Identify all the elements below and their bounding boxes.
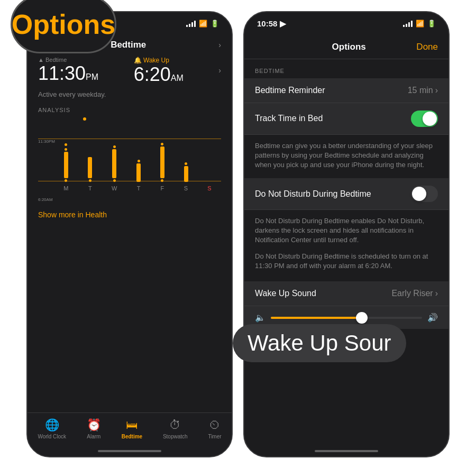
volume-low-icon: 🔈 — [255, 313, 266, 323]
time-section: ▲ Bedtime 11:30PM 🔔 Wake Up 6:20AM › — [38, 57, 221, 84]
done-button[interactable]: Done — [416, 42, 438, 52]
alarm-icon: ⏰ — [87, 418, 101, 432]
description-track-time: Bedtime can give you a better understand… — [244, 135, 448, 177]
wifi-icon-1: 📶 — [199, 20, 207, 27]
world-clock-icon: 🌐 — [45, 418, 59, 432]
status-icons-2: 📶 🔋 — [403, 20, 436, 27]
bedtime-time: 11:30PM — [38, 64, 98, 83]
wake-up-badge: Wake Up Sour — [233, 324, 406, 362]
bedtime-reminder-row[interactable]: Bedtime Reminder 15 min › — [244, 78, 448, 103]
show-health-link[interactable]: Show more in Health — [38, 210, 221, 219]
tab-timer[interactable]: ⏲ Timer — [208, 418, 221, 439]
volume-fill — [271, 317, 362, 319]
options-header: Options Done — [244, 35, 448, 59]
bedtime-tab-label: Bedtime — [122, 434, 142, 439]
options-title: Options — [281, 42, 416, 52]
stopwatch-icon: ⏱ — [169, 418, 181, 432]
dnd-label: Do Not Disturb During Bedtime — [255, 189, 371, 199]
tab-world-clock[interactable]: 🌐 World Clock — [38, 418, 66, 439]
wake-up-sound-value: Early Riser › — [391, 289, 438, 298]
chart-bars: M T W — [54, 117, 221, 191]
world-clock-label: World Clock — [38, 434, 66, 439]
bedtime-reminder-value: 15 min › — [408, 86, 438, 95]
timer-icon: ⏲ — [209, 418, 221, 432]
dnd-toggle[interactable] — [411, 186, 438, 202]
tab-alarm[interactable]: ⏰ Alarm — [87, 418, 101, 439]
wake-up-sound-row[interactable]: Wake Up Sound Early Riser › — [244, 281, 448, 306]
signal-bars-2 — [403, 21, 413, 27]
timer-label: Timer — [208, 434, 221, 439]
options-content: Options Done BEDTIME Bedtime Reminder 15… — [244, 35, 448, 438]
status-icons-1: 📶 🔋 — [186, 20, 219, 27]
wake-up-sound-label: Wake Up Sound — [255, 289, 316, 298]
home-indicator-2 — [315, 450, 378, 452]
y-label-mid-top: 11:30PM — [38, 139, 55, 144]
wifi-icon-2: 📶 — [416, 20, 424, 27]
status-time-2: 10:58 ▶ — [257, 19, 286, 29]
y-label-mid-bot: 6:20AM — [38, 197, 55, 202]
wake-up-badge-text: Wake Up Sour — [248, 331, 391, 355]
wakeup-time: 6:20AM — [134, 65, 184, 84]
home-indicator-1 — [98, 450, 161, 452]
active-text: Active every weekday. — [38, 90, 221, 98]
options-badge-text: Options — [12, 8, 115, 40]
chevron-right-1: › — [218, 41, 221, 49]
volume-slider[interactable] — [271, 317, 422, 319]
battery-icon-1: 🔋 — [210, 20, 219, 27]
alarm-label: Alarm — [87, 434, 100, 439]
bedtime-reminder-label: Bedtime Reminder — [255, 86, 325, 95]
battery-icon-2: 🔋 — [427, 20, 436, 27]
track-time-row: Track Time in Bed — [244, 103, 448, 135]
phone-bedtime: 📶 🔋 Bedtime › ▲ Bedtime 11:30PM — [26, 11, 233, 457]
tab-bedtime[interactable]: 🛏 Bedtime — [122, 418, 142, 439]
bedtime-icon: 🛏 — [126, 418, 138, 432]
wakeup-label: 🔔 Wake Up — [134, 57, 184, 64]
dnd-row: Do Not Disturb During Bedtime — [244, 178, 448, 210]
stopwatch-label: Stopwatch — [163, 434, 188, 439]
analysis-chart: 11:30PM 6:20AM M — [38, 117, 221, 202]
description-dnd-2: Do Not Disturb During Bedtime is schedul… — [244, 252, 448, 277]
volume-high-icon: 🔊 — [427, 313, 438, 323]
track-time-label: Track Time in Bed — [255, 114, 323, 123]
chevron-reminder: › — [435, 86, 438, 95]
status-bar-2: 10:58 ▶ 📶 🔋 — [244, 12, 448, 35]
track-time-toggle[interactable] — [411, 111, 438, 127]
phone-options: 10:58 ▶ 📶 🔋 Options — [243, 11, 450, 457]
tab-stopwatch[interactable]: ⏱ Stopwatch — [163, 418, 188, 439]
chevron-sound: › — [435, 289, 438, 298]
chevron-right-2: › — [218, 66, 221, 75]
volume-thumb[interactable] — [356, 312, 368, 324]
options-badge: Options — [11, 0, 116, 53]
analysis-label: ANALYSIS — [38, 107, 221, 113]
signal-bars-1 — [186, 21, 196, 27]
bedtime-block: ▲ Bedtime 11:30PM — [38, 57, 98, 83]
wake-up-sound-section: Wake Up Sound Early Riser › 🔈 🔊 — [244, 281, 448, 329]
wakeup-block: 🔔 Wake Up 6:20AM — [134, 57, 184, 84]
bedtime-content: Bedtime › ▲ Bedtime 11:30PM 🔔 Wake Up — [28, 35, 232, 412]
section-bedtime: BEDTIME — [244, 59, 448, 78]
description-dnd-1: Do Not Disturb During Bedtime enables Do… — [244, 210, 448, 252]
